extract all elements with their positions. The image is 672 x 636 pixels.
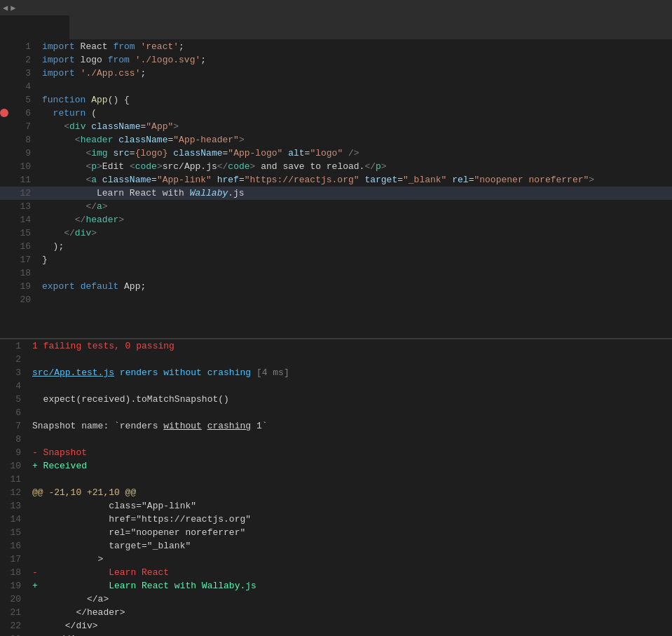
line-content: <p>Edit <code>src/App.js</code> and save…	[39, 160, 672, 173]
token: </	[217, 161, 228, 172]
term-line-content: expect(received).toMatchSnapshot()	[29, 393, 672, 406]
token: src/App.js	[163, 161, 217, 172]
term-line-content: </header>	[29, 606, 672, 619]
token: target	[364, 175, 397, 185]
editor-line-5: 5function App() {	[0, 93, 672, 107]
terminal-line-14: 14 href="https://reactjs.org"	[0, 513, 672, 526]
term-line-number: 10	[0, 459, 29, 473]
token: "App-header"	[173, 135, 239, 145]
editor-line-18: 18	[0, 266, 672, 280]
line-content: <a className="App-link" href="https://re…	[39, 173, 672, 187]
term-line-number: 19	[0, 579, 29, 593]
term-token: </header>	[32, 607, 125, 618]
token: >	[589, 175, 594, 185]
term-token: without	[163, 421, 202, 431]
editor-line-14: 14 </header>	[0, 213, 672, 226]
token: header	[81, 135, 114, 145]
term-line-number: 5	[0, 393, 29, 406]
arrow-left-icon[interactable]: ◀	[3, 3, 8, 13]
term-line-content: >	[29, 553, 672, 566]
token: }	[42, 255, 48, 265]
terminal-line-9: 9- Snapshot	[0, 446, 672, 459]
editor-line-7: 7 <div className="App">	[0, 120, 672, 133]
editor-line-20: 20	[0, 293, 672, 306]
terminal-line-11: 11	[0, 473, 672, 486]
token: header	[85, 215, 118, 225]
term-line-number: 6	[0, 406, 29, 419]
line-content: <header className="App-header">	[39, 133, 672, 147]
nav-arrows: ◀ ▶	[3, 3, 15, 13]
token: className	[91, 121, 140, 132]
editor-line-17: 17}	[0, 253, 672, 266]
token: </	[75, 215, 86, 225]
editor-line-11: 11 <a className="App-link" href="https:/…	[0, 173, 672, 187]
line-number: 9	[10, 147, 39, 160]
term-line-content: </div>	[29, 619, 672, 632]
line-number: 20	[10, 293, 39, 306]
line-content: <div className="App">	[39, 120, 672, 133]
token	[130, 55, 135, 65]
term-line-number: 21	[0, 606, 29, 619]
token: () {	[108, 95, 130, 105]
terminal-line-19: 19+ Learn React with Wallaby.js	[0, 579, 672, 593]
tab-close-button[interactable]	[13, 22, 24, 33]
token: >	[239, 135, 245, 145]
token: >	[118, 215, 124, 225]
token: "https://reactjs.org"	[245, 175, 359, 185]
token: className	[173, 148, 222, 158]
term-token: </a>	[32, 594, 109, 604]
terminal-line-7: 7Snapshot name: `renders without crashin…	[0, 419, 672, 433]
editor-pane: 1import React from 'react';2import logo …	[0, 40, 672, 338]
term-token: src/App.test.js	[32, 367, 114, 378]
line-content: import logo from './logo.svg';	[39, 53, 672, 67]
arrow-right-icon[interactable]: ▶	[11, 3, 15, 13]
tab-app-js[interactable]	[0, 15, 70, 39]
term-token: href="https://reactjs.org"	[32, 514, 251, 525]
token: =	[239, 175, 245, 185]
token: rel	[452, 175, 468, 185]
term-line-number: 1	[0, 339, 29, 353]
line-number: 6	[10, 107, 39, 120]
line-number: 10	[10, 160, 39, 173]
token: from	[113, 41, 135, 52]
token: App;	[118, 281, 146, 292]
term-token: crashing	[207, 421, 251, 431]
token: p	[91, 161, 97, 172]
token: logo	[75, 55, 108, 65]
token: </	[64, 228, 75, 238]
token: href	[217, 175, 239, 185]
term-line-content: - Snapshot	[29, 446, 672, 459]
token: >	[97, 161, 102, 172]
term-line-content: + Received	[29, 459, 672, 473]
token: code	[135, 161, 157, 172]
line-number: 4	[10, 80, 39, 93]
tab-bar	[0, 15, 672, 40]
line-content: import React from 'react';	[39, 40, 672, 53]
term-line-content: @@ -21,10 +21,10 @@	[29, 486, 672, 499]
terminal-line-6: 6	[0, 406, 672, 419]
app-container: ◀ ▶ 1import React from 'react';2import l…	[0, 0, 672, 636]
token: </	[85, 201, 97, 212]
token: >	[102, 201, 108, 212]
term-line-number: 18	[0, 566, 29, 579]
token	[42, 148, 85, 158]
line-content: );	[39, 240, 672, 253]
token: import	[42, 55, 75, 65]
token: export	[42, 281, 75, 292]
editor-line-6: 6 return (	[0, 107, 672, 120]
term-token: 1 failing tests, 0 passing	[32, 341, 174, 351]
term-line-content: - Learn React	[29, 566, 672, 579]
term-line-number: 13	[0, 499, 29, 513]
token: "App"	[146, 121, 173, 132]
token: "App-link"	[157, 175, 212, 185]
token: =	[151, 175, 157, 185]
token: div	[75, 228, 91, 238]
editor-line-12: 12 Learn React with Wallaby.js	[0, 187, 672, 200]
line-number: 15	[10, 226, 39, 240]
token: <	[64, 121, 69, 132]
token: (	[85, 108, 97, 119]
term-line-number: 17	[0, 553, 29, 566]
editor-line-4: 4	[0, 80, 672, 93]
token: 'react'	[140, 41, 179, 52]
term-line-number: 4	[0, 379, 29, 393]
